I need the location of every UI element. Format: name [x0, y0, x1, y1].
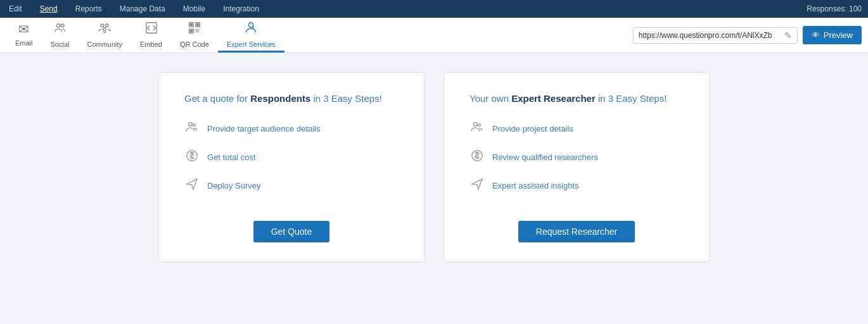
- researcher-card: Your own Expert Researcher in 3 Easy Ste…: [444, 72, 710, 262]
- edit-url-icon[interactable]: ✎: [784, 30, 792, 40]
- nav-send[interactable]: Send: [37, 4, 60, 13]
- researcher-btn-row: Request Researcher: [469, 215, 684, 242]
- nav-integration[interactable]: Integration: [220, 4, 262, 13]
- preview-button[interactable]: 👁 Preview: [803, 26, 862, 44]
- svg-point-12: [249, 22, 253, 27]
- title-suffix-1: in 3 Easy Steps!: [310, 93, 382, 104]
- toolbar-social[interactable]: Social: [42, 18, 79, 53]
- svg-marker-16: [187, 179, 198, 190]
- preview-eye-icon: 👁: [812, 30, 820, 40]
- title-prefix-1: Get a quote for: [184, 93, 250, 104]
- step-2-text-1: Get total cost: [207, 153, 256, 162]
- preview-label: Preview: [824, 30, 853, 40]
- svg-point-14: [193, 123, 195, 126]
- audience-icon: [184, 120, 200, 137]
- toolbar-email-label: Email: [15, 39, 33, 47]
- toolbar-right: https://www.questionpro.com/t/ANlXxZb ✎ …: [633, 18, 862, 53]
- svg-point-17: [474, 123, 478, 127]
- nav-manage-data[interactable]: Manage Data: [117, 4, 168, 13]
- dollar-icon-1: [184, 149, 200, 166]
- svg-point-18: [478, 123, 480, 126]
- toolbar-social-label: Social: [51, 40, 70, 48]
- svg-point-3: [106, 24, 109, 27]
- top-navigation: Edit Send Reports Manage Data Mobile Int…: [0, 0, 868, 18]
- toolbar-expert-label: Expert Services: [227, 40, 276, 48]
- step-2-text-2: Review qualified researchers: [492, 153, 598, 162]
- svg-marker-20: [472, 179, 483, 190]
- nav-mobile[interactable]: Mobile: [181, 4, 208, 13]
- researcher-step-2: Review qualified researchers: [469, 149, 684, 166]
- toolbar-expert-services[interactable]: Expert Services: [218, 18, 284, 53]
- expert-services-icon: [244, 21, 258, 38]
- toolbar-items: ✉ Email Social: [6, 18, 284, 53]
- respondents-step-2: Get total cost: [184, 149, 399, 166]
- survey-url: https://www.questionpro.com/t/ANlXxZb: [639, 31, 772, 40]
- svg-point-1: [61, 24, 64, 27]
- svg-rect-9: [190, 23, 192, 25]
- email-icon: ✉: [18, 22, 29, 37]
- qr-code-icon: [188, 21, 201, 38]
- respondents-card: Get a quote for Respondents in 3 Easy St…: [158, 72, 424, 262]
- svg-point-0: [56, 23, 60, 27]
- url-box: https://www.questionpro.com/t/ANlXxZb ✎: [633, 27, 798, 44]
- step-3-text-1: Deploy Survey: [207, 181, 261, 190]
- step-1-text-1: Provide target audience details: [207, 124, 321, 134]
- nav-edit[interactable]: Edit: [6, 4, 25, 13]
- title-highlight-1: Respondents: [250, 93, 310, 104]
- nav-reports[interactable]: Reports: [73, 4, 105, 13]
- send-icon-2: [469, 177, 485, 194]
- title-suffix-2: in 3 Easy Steps!: [596, 93, 667, 104]
- svg-rect-11: [190, 30, 192, 32]
- title-highlight-2: Expert Researcher: [511, 93, 596, 104]
- respondents-steps: Provide target audience details Get tota…: [184, 120, 399, 194]
- toolbar-community-label: Community: [87, 40, 122, 48]
- social-icon: [53, 21, 67, 38]
- title-prefix-2: Your own: [469, 93, 511, 104]
- get-quote-button[interactable]: Get Quote: [253, 221, 330, 242]
- researcher-step-1: Provide project details: [469, 120, 684, 137]
- researcher-steps: Provide project details Review qualified…: [469, 120, 684, 194]
- svg-point-4: [103, 27, 106, 30]
- send-icon-1: [184, 177, 200, 194]
- top-nav-left: Edit Send Reports Manage Data Mobile Int…: [6, 4, 262, 13]
- respondents-step-3: Deploy Survey: [184, 177, 399, 194]
- svg-point-13: [189, 123, 193, 127]
- toolbar-qr-code[interactable]: QR Code: [171, 18, 218, 53]
- toolbar-email[interactable]: ✉ Email: [6, 18, 42, 53]
- toolbar-community[interactable]: Community: [78, 18, 131, 53]
- step-3-text-2: Expert assisted insights: [492, 181, 579, 190]
- community-icon: [98, 21, 112, 38]
- researcher-step-3: Expert assisted insights: [469, 177, 684, 194]
- respondents-step-1: Provide target audience details: [184, 120, 399, 137]
- dollar-icon-2: [469, 149, 485, 166]
- respondents-card-title: Get a quote for Respondents in 3 Easy St…: [184, 92, 399, 105]
- request-researcher-button[interactable]: Request Researcher: [518, 221, 635, 242]
- svg-point-2: [101, 24, 104, 27]
- svg-rect-10: [197, 23, 199, 25]
- step-1-text-2: Provide project details: [492, 124, 573, 134]
- responses-count: Responses: 100: [807, 4, 862, 13]
- main-content: Get a quote for Respondents in 3 Easy St…: [0, 53, 868, 324]
- researcher-card-title: Your own Expert Researcher in 3 Easy Ste…: [469, 92, 684, 105]
- respondents-btn-row: Get Quote: [184, 215, 399, 242]
- toolbar-embed[interactable]: Embed: [131, 18, 171, 53]
- toolbar-embed-label: Embed: [140, 40, 162, 48]
- toolbar-qr-label: QR Code: [180, 40, 209, 48]
- project-icon: [469, 120, 485, 137]
- embed-icon: [144, 21, 158, 38]
- toolbar: ✉ Email Social: [0, 18, 868, 53]
